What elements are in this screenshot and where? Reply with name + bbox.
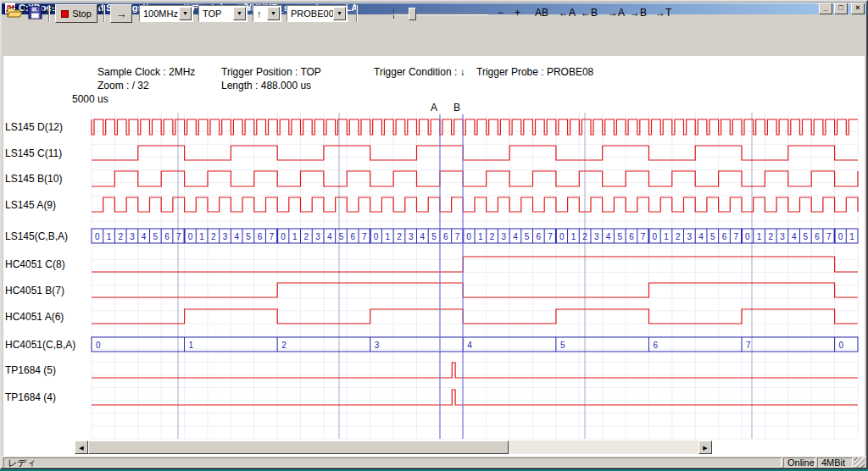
zoom-slider[interactable] [393,8,488,20]
bus-value: 2 [490,232,495,241]
cursor-ab-button[interactable]: AB [532,5,551,20]
trigger-position-info: Trigger Position : TOP [221,66,321,78]
bus-value: 5 [153,232,159,241]
bus-value: 3 [409,232,414,241]
bus-value: 0 [188,232,193,241]
bus-value: 3 [501,232,506,241]
waveform-trace [92,197,858,212]
trigger-edge-select[interactable]: ↑ ▼ [253,5,281,22]
channel-label: HC4051 A(6) [5,311,64,323]
bus-value: 7 [455,232,460,241]
bus-value: 6 [653,341,658,350]
bus-value: 1 [385,232,390,241]
waveform-trace [92,257,858,272]
stop-button[interactable]: Stop [55,4,97,23]
toolbar-separator [48,5,50,22]
trigger-condition-info: Trigger Condition : ↓ [374,66,465,78]
bus-value: 1 [571,232,576,241]
save-file-icon[interactable] [28,6,43,23]
bus-band [92,229,858,243]
resize-grip[interactable] [854,457,865,468]
goto-trigger-button[interactable]: →T [653,5,674,20]
trigger-position-value: TOP [199,8,233,19]
sample-clock-select[interactable]: 100MHz ▼ [139,5,193,22]
channel-label: TP1684 (5) [5,364,56,376]
status-ready: レディ [3,457,782,468]
bus-value: 0 [96,341,101,350]
scroll-track[interactable] [88,441,698,454]
bus-value: 4 [606,232,611,241]
waveform-trace [92,119,858,135]
open-file-icon[interactable] [7,6,24,23]
bus-value: 5 [560,341,565,350]
toolbar: Stop → 100MHz ▼ TOP ▼ ↑ ▼ PROBE00 ▼ − + … [2,2,866,3]
goto-a-right-button[interactable]: →A [605,5,627,20]
slider-thumb[interactable] [409,8,416,20]
goto-a-left-button[interactable]: ←A [556,5,578,20]
sample-clock-value: 100MHz [140,8,179,19]
waveform-trace [92,309,858,324]
bus-value: 5 [431,232,437,241]
scroll-right-icon[interactable]: ▶ [698,441,712,454]
bus-value: 7 [548,232,553,241]
bus-value: 5 [246,232,251,241]
bus-value: 2 [211,232,216,241]
chevron-down-icon[interactable]: ▼ [179,7,192,20]
channel-label: HC4051(C,B,A) [5,339,75,351]
bus-value: 5 [710,232,715,241]
bus-value: 4 [234,232,239,241]
status-memory: 4MBit [817,457,853,468]
bus-value: 7 [733,232,738,241]
toolbar-separator [356,5,358,22]
bus-value: 4 [698,232,704,241]
waveform-trace [92,146,858,160]
length-info: Length : 488.000 us [221,80,311,91]
bus-value: 0 [838,232,843,241]
run-button[interactable]: → [110,4,132,23]
bus-value: 3 [594,232,599,241]
bus-value: 0 [95,232,100,241]
bus-value: 6 [537,232,542,241]
horizontal-scrollbar[interactable]: ◀ ▶ [75,441,712,454]
bus-value: 0 [281,232,286,241]
waveform-trace [92,363,858,378]
bus-value: 1 [757,232,762,241]
bus-value: 2 [768,232,773,241]
bus-value: 0 [466,232,471,241]
bus-value: 7 [641,232,646,241]
trigger-edge-value: ↑ [253,8,267,19]
bus-value: 4 [467,341,472,350]
bus-value: 0 [745,232,750,241]
goto-b-right-button[interactable]: →B [627,5,649,20]
goto-b-left-button[interactable]: ←B [578,5,600,20]
bus-value: 1 [478,232,483,241]
bus-value: 0 [839,341,844,350]
stop-label: Stop [72,8,92,19]
bus-value: 5 [339,232,344,241]
channel-label: HC4051 B(7) [5,285,64,296]
trigger-position-select[interactable]: TOP ▼ [198,5,248,22]
scroll-thumb[interactable] [88,441,509,454]
bus-value: 6 [350,232,355,241]
chevron-down-icon[interactable]: ▼ [233,7,246,20]
bus-value: 7 [270,232,275,241]
bus-value: 3 [223,232,228,241]
zoom-out-button[interactable]: − [495,5,506,20]
bus-value: 4 [792,232,797,241]
bus-value: 2 [676,232,681,241]
trigger-probe-select[interactable]: PROBE00 ▼ [287,5,348,22]
status-bar: レディ Online 4MBit [2,456,866,468]
chevron-down-icon[interactable]: ▼ [267,7,280,20]
waveform-trace [92,283,858,297]
bus-value: 3 [315,232,320,241]
bus-value: 4 [327,232,332,241]
bus-value: 5 [804,232,809,241]
scroll-left-icon[interactable]: ◀ [75,441,88,454]
slider-track[interactable] [393,13,488,15]
chevron-down-icon[interactable]: ▼ [333,7,346,20]
sample-clock-info: Sample Clock : 2MHz [97,66,195,78]
zoom-in-button[interactable]: + [512,5,523,20]
channel-label: LS145 D(12) [5,121,63,133]
bus-value: 7 [362,232,367,241]
bus-value: 3 [375,341,380,350]
